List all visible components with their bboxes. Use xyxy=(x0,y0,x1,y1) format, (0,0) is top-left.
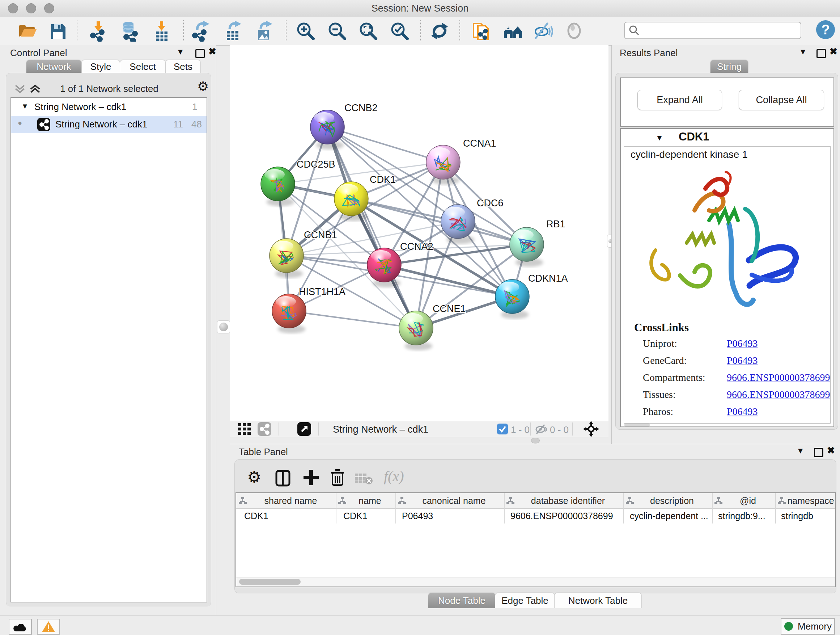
import-table-button[interactable] xyxy=(150,19,173,43)
column-header[interactable]: @id xyxy=(714,493,773,508)
cloud-icon xyxy=(13,621,27,632)
function-builder-icon[interactable]: f(x) xyxy=(384,468,404,485)
column-header[interactable]: shared name xyxy=(238,493,334,508)
new-network-from-selection-button[interactable] xyxy=(470,19,493,43)
crosslinks-title: CrossLinks xyxy=(634,321,689,334)
collapse-all-tree-icon[interactable] xyxy=(29,84,42,94)
results-panel-float-icon[interactable] xyxy=(816,49,826,58)
tab-style[interactable]: Style xyxy=(81,60,120,73)
control-panel-collapse-icon[interactable]: ▾ xyxy=(178,46,183,57)
table-panel-collapse-icon[interactable]: ▾ xyxy=(798,445,803,456)
grid-view-icon[interactable] xyxy=(238,423,253,435)
expand-all-button[interactable]: Expand All xyxy=(638,90,722,110)
table-settings-gear-icon[interactable]: ⚙ xyxy=(247,468,261,486)
zoom-out-button[interactable] xyxy=(325,19,349,43)
network-panel-gear-icon[interactable]: ⚙ xyxy=(197,79,209,94)
network-node-hist1h1a[interactable]: HIST1H1A xyxy=(272,287,346,333)
first-neighbors-button[interactable] xyxy=(501,19,524,43)
tab-string[interactable]: String xyxy=(710,60,748,73)
crosslink-value[interactable]: P06493 xyxy=(727,338,758,349)
tab-edge-table[interactable]: Edge Table xyxy=(495,593,555,608)
save-session-button[interactable] xyxy=(46,19,69,43)
column-header[interactable]: database identifier xyxy=(506,493,621,508)
column-header[interactable]: description xyxy=(625,493,710,508)
network-row-label: String Network – cdk1 xyxy=(55,119,147,130)
column-header[interactable]: canonical name xyxy=(398,493,502,508)
crosslink-value[interactable]: P06493 xyxy=(727,355,758,366)
column-type-icon xyxy=(398,497,406,505)
memory-status-dot xyxy=(784,622,793,631)
results-panel-close-icon[interactable]: ✖ xyxy=(829,46,837,57)
results-panel-collapse-icon[interactable]: ▾ xyxy=(801,46,805,57)
cell-database-identifier: 9606.ENSP00000378699 xyxy=(510,511,613,521)
zoom-in-button[interactable] xyxy=(294,19,317,43)
collapse-all-button[interactable]: Collapse All xyxy=(739,90,824,110)
tab-sets[interactable]: Sets xyxy=(165,60,201,73)
open-session-button[interactable] xyxy=(15,19,38,43)
horizontal-splitter-handle[interactable] xyxy=(531,438,540,443)
export-network-button[interactable] xyxy=(189,19,213,43)
export-image-button[interactable] xyxy=(253,19,276,43)
zoom-selected-button[interactable] xyxy=(388,19,411,43)
column-header[interactable]: name xyxy=(338,493,393,508)
table-hscrollbar-thumb[interactable] xyxy=(239,579,301,585)
crosslink-value[interactable]: 9606.ENSP00000378699 xyxy=(727,389,830,401)
open-in-window-icon[interactable] xyxy=(297,422,311,436)
show-columns-icon[interactable] xyxy=(275,470,291,486)
tree-expand-icon[interactable]: ▼ xyxy=(21,102,28,111)
hidden-eye-slash-icon[interactable] xyxy=(535,424,548,434)
share-view-icon[interactable] xyxy=(257,422,271,436)
toolbar-separator xyxy=(420,20,421,41)
entry-detail-box: cyclin-dependent kinase 1 xyxy=(624,146,831,424)
network-node-ccna1[interactable]: CCNA1 xyxy=(426,138,496,185)
table-panel-float-icon[interactable] xyxy=(814,448,823,457)
column-header[interactable]: namespace xyxy=(777,493,835,508)
tab-network[interactable]: Network xyxy=(26,60,82,73)
add-column-icon[interactable] xyxy=(303,469,319,486)
entry-collapse-icon[interactable]: ▼ xyxy=(655,133,663,143)
help-button[interactable]: ? xyxy=(816,20,835,39)
network-node-cdc6[interactable]: CDC6 xyxy=(441,198,504,244)
birdseye-navigator-icon[interactable] xyxy=(583,421,599,437)
warnings-button[interactable] xyxy=(37,619,60,635)
left-splitter-handle[interactable] xyxy=(217,320,230,333)
control-panel-float-icon[interactable] xyxy=(195,49,205,58)
cloud-status-button[interactable] xyxy=(9,619,32,635)
collection-count: 1 xyxy=(192,101,197,112)
hide-selected-button[interactable] xyxy=(532,19,555,43)
entry-gene-name: CDK1 xyxy=(679,130,773,143)
table-row[interactable]: CDK1 CDK1 P06493 9606.ENSP00000378699 cy… xyxy=(236,508,835,524)
network-graph[interactable]: CCNB2CCNA1CDC25BCDK1CDC6RB1CCNB1CCNA2CDK… xyxy=(230,45,608,421)
eye-slash-icon xyxy=(533,21,554,42)
crosslink-row: Compartments: 9606.ENSP00000378699 xyxy=(643,372,706,383)
crosslink-value[interactable]: 9606.ENSP00000378699 xyxy=(727,372,830,383)
tab-network-table[interactable]: Network Table xyxy=(554,593,642,608)
import-network-database-button[interactable] xyxy=(118,19,141,43)
expand-all-tree-icon[interactable] xyxy=(14,84,27,94)
tab-node-table[interactable]: Node Table xyxy=(428,593,496,608)
export-table-button[interactable] xyxy=(221,19,245,43)
show-all-button[interactable] xyxy=(563,19,586,43)
delete-table-icon[interactable] xyxy=(354,472,373,485)
table-panel-close-icon[interactable]: ✖ xyxy=(827,445,835,456)
crosslink-value[interactable]: P06493 xyxy=(727,406,758,417)
node-label-cdc25b: CDC25B xyxy=(297,159,335,170)
search-input[interactable] xyxy=(640,25,797,36)
refresh-view-button[interactable] xyxy=(428,19,451,43)
selected-checkbox-icon[interactable] xyxy=(497,424,508,434)
zoom-fit-button[interactable] xyxy=(357,19,380,43)
network-node-cdkn1a[interactable]: CDKN1A xyxy=(495,273,568,319)
network-row-selected[interactable]: ● String Network – cdk1 11 48 xyxy=(11,116,207,133)
import-network-file-button[interactable] xyxy=(87,19,110,43)
status-bar: Memory xyxy=(0,616,840,635)
results-scrollbar-thumb[interactable] xyxy=(624,424,650,426)
network-node-rb1[interactable]: RB1 xyxy=(510,219,565,267)
crosslink-row: Uniprot: P06493 xyxy=(643,338,677,349)
control-panel-close-icon[interactable]: ✖ xyxy=(208,46,216,57)
show-all-eye-icon xyxy=(564,21,585,42)
table-hscrollbar-track[interactable] xyxy=(236,577,835,586)
tab-select[interactable]: Select xyxy=(120,60,166,73)
memory-button[interactable]: Memory xyxy=(781,618,835,635)
delete-column-trash-icon[interactable] xyxy=(330,469,346,486)
network-collection-row[interactable]: ▼ String Network – cdk1 1 xyxy=(11,99,207,116)
